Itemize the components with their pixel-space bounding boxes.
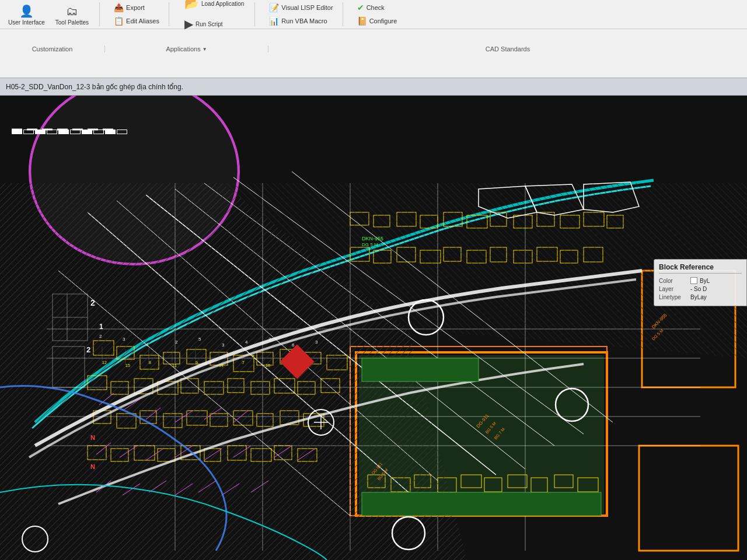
- layer-value: - So D: [690, 286, 707, 292]
- panel-title: Block Reference: [659, 263, 742, 274]
- svg-text:4: 4: [245, 340, 248, 345]
- export-icon: 📤: [114, 3, 124, 12]
- svg-text:3: 3: [315, 340, 318, 345]
- svg-rect-135: [362, 492, 601, 516]
- svg-text:2: 2: [90, 298, 95, 307]
- svg-text:5: 5: [198, 337, 201, 342]
- configure-icon: 📔: [357, 16, 367, 26]
- svg-text:1: 1: [99, 323, 103, 331]
- scale-segment-8: [93, 130, 104, 134]
- svg-text:4: 4: [146, 342, 149, 348]
- scale-segment-7: [82, 130, 92, 134]
- visual-lisp-label: Visual LISP Editor: [281, 4, 333, 11]
- svg-text:DKN-955: DKN-955: [362, 236, 383, 242]
- linetype-value: ByLay: [690, 294, 707, 300]
- check-icon: ✔: [357, 3, 364, 12]
- svg-text:9: 9: [196, 360, 198, 365]
- tool-palettes-label: Tool Palettes: [55, 19, 89, 26]
- cad-standards-group-label: CAD Standards: [486, 46, 530, 52]
- scale-segment-9: [105, 130, 116, 134]
- toolbar: 👤 User Interface 🗂 Tool Palettes 📤 Expor…: [0, 0, 747, 78]
- edit-aliases-icon: 📋: [114, 16, 124, 26]
- scale-bar: [12, 130, 127, 134]
- scale-segment-2: [23, 130, 34, 134]
- user-interface-button[interactable]: 👤 User Interface: [5, 2, 48, 28]
- export-label: Export: [126, 4, 145, 11]
- scale-segment-5: [58, 130, 69, 134]
- layer-label: Layer: [659, 286, 688, 292]
- cad-drawing: 2 3 4 2 5 3 4 2 6 3 12 15 8 11 9 14 7 10…: [0, 96, 747, 560]
- export-button[interactable]: 📤 Export: [111, 2, 162, 13]
- svg-text:2: 2: [99, 334, 102, 339]
- svg-text:12: 12: [102, 360, 107, 365]
- visual-lisp-button[interactable]: 📝 Visual LISP Editor: [267, 2, 335, 13]
- edit-aliases-label: Edit Aliases: [126, 18, 159, 24]
- run-vba-label: Run VBA Macro: [281, 18, 327, 24]
- scale-segment-3: [35, 130, 46, 134]
- user-interface-label: User Interface: [8, 19, 45, 26]
- applications-group-label: Applications: [166, 46, 200, 52]
- linetype-row: Linetype ByLay: [659, 294, 742, 300]
- scale-segment-10: [117, 130, 127, 134]
- title-bar: H05-2_SDD_VanDon_12-3 bản gốc ghép địa c…: [0, 78, 747, 96]
- svg-text:2: 2: [175, 340, 178, 345]
- user-interface-icon: 👤: [19, 4, 34, 18]
- svg-text:10: 10: [266, 363, 270, 368]
- svg-text:6: 6: [292, 342, 295, 348]
- visual-lisp-icon: 📝: [269, 3, 279, 12]
- svg-text:14: 14: [219, 363, 224, 368]
- svg-text:11: 11: [172, 363, 177, 368]
- run-vba-button[interactable]: 📊 Run VBA Macro: [267, 15, 335, 27]
- svg-text:8: 8: [149, 360, 151, 365]
- svg-text:N: N: [90, 434, 95, 441]
- configure-label: Configure: [369, 18, 397, 24]
- svg-text:15: 15: [125, 363, 130, 368]
- load-application-button[interactable]: 📂 Load Application: [181, 0, 247, 13]
- document-title: H05-2_SDD_VanDon_12-3 bản gốc ghép địa c…: [6, 83, 183, 91]
- toolbar-row1: 👤 User Interface 🗂 Tool Palettes 📤 Expor…: [0, 0, 747, 29]
- linetype-label: Linetype: [659, 294, 688, 300]
- load-application-label: Load Application: [201, 1, 244, 8]
- tool-palettes-button[interactable]: 🗂 Tool Palettes: [52, 3, 92, 28]
- cad-canvas[interactable]: 2 3 4 2 5 3 4 2 6 3 12 15 8 11 9 14 7 10…: [0, 96, 747, 560]
- run-vba-icon: 📊: [269, 16, 279, 26]
- svg-text:3: 3: [123, 337, 125, 342]
- color-swatch: [690, 277, 697, 284]
- scale-segment-4: [47, 130, 57, 134]
- applications-dropdown-arrow[interactable]: ▼: [203, 47, 207, 52]
- color-label: Color: [659, 278, 688, 284]
- svg-rect-134: [362, 358, 479, 382]
- color-row: Color ByL: [659, 277, 742, 284]
- scale-segment-6: [70, 130, 81, 134]
- layer-row: Layer - So D: [659, 286, 742, 292]
- svg-text:N: N: [90, 463, 95, 470]
- svg-text:DG 5 M: DG 5 M: [362, 242, 378, 247]
- properties-panel: Block Reference Color ByL Layer - So D L…: [654, 259, 747, 306]
- run-script-label: Run Script: [196, 21, 223, 28]
- check-button[interactable]: ✔ Check: [355, 2, 400, 13]
- color-value: ByL: [700, 278, 710, 284]
- load-app-icon: 📂: [184, 0, 199, 10]
- svg-text:2: 2: [268, 337, 271, 342]
- configure-button[interactable]: 📔 Configure: [355, 15, 400, 27]
- svg-text:7: 7: [242, 360, 245, 365]
- check-label: Check: [366, 4, 385, 11]
- edit-aliases-button[interactable]: 📋 Edit Aliases: [111, 15, 162, 27]
- svg-text:3: 3: [222, 342, 225, 348]
- scale-segment-1: [12, 130, 22, 134]
- customization-group-label: Customization: [32, 46, 73, 52]
- toolbar-row2: Customization Applications ▼ CAD Standar…: [0, 29, 747, 69]
- tool-palettes-icon: 🗂: [66, 5, 78, 18]
- svg-text:2: 2: [86, 345, 90, 354]
